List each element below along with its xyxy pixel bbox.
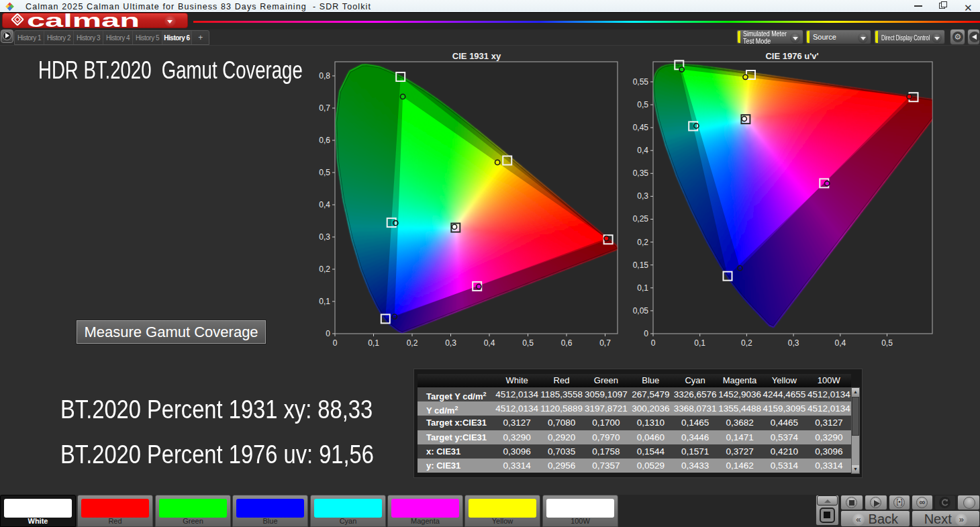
svg-text:0,8: 0,8 (319, 71, 330, 81)
svg-text:0,1: 0,1 (694, 338, 705, 348)
svg-text:0,1: 0,1 (319, 297, 330, 306)
svg-text:0,7: 0,7 (319, 103, 330, 113)
svg-text:0,4: 0,4 (637, 146, 648, 155)
svg-text:0,4: 0,4 (484, 338, 495, 348)
svg-text:0,1: 0,1 (368, 338, 379, 348)
svg-text:0,2: 0,2 (319, 265, 330, 274)
svg-text:0: 0 (333, 338, 338, 348)
svg-text:CIE 1931 xy: CIE 1931 xy (452, 51, 501, 61)
svg-text:0,3: 0,3 (445, 338, 456, 348)
svg-text:0,5: 0,5 (881, 338, 893, 348)
svg-text:0: 0 (326, 329, 330, 338)
svg-text:0,4: 0,4 (834, 338, 846, 348)
svg-text:0: 0 (644, 329, 648, 338)
svg-text:0,3: 0,3 (637, 191, 648, 201)
svg-text:0,25: 0,25 (633, 214, 649, 224)
svg-text:calman: calman (27, 13, 140, 30)
svg-text:0,1: 0,1 (637, 283, 648, 293)
svg-text:0,45: 0,45 (633, 123, 649, 132)
svg-text:0,2: 0,2 (407, 338, 418, 348)
svg-text:0,5: 0,5 (522, 338, 534, 348)
svg-text:0,7: 0,7 (599, 338, 611, 348)
svg-text:0,4: 0,4 (319, 200, 330, 209)
svg-text:0,6: 0,6 (561, 338, 573, 348)
svg-text:0,3: 0,3 (788, 338, 799, 348)
svg-text:0,2: 0,2 (637, 238, 648, 247)
svg-text:0,6: 0,6 (319, 136, 330, 145)
svg-text:0,2: 0,2 (741, 338, 752, 348)
svg-text:0: 0 (651, 338, 656, 348)
svg-text:0,5: 0,5 (637, 100, 648, 109)
svg-text:0,15: 0,15 (633, 260, 649, 270)
svg-text:0,05: 0,05 (633, 306, 649, 316)
svg-text:0,5: 0,5 (319, 168, 330, 177)
svg-text:0,55: 0,55 (633, 77, 649, 87)
svg-text:0,35: 0,35 (633, 169, 649, 178)
svg-text:CIE 1976 u'v': CIE 1976 u'v' (765, 51, 818, 61)
svg-text:0,3: 0,3 (319, 232, 330, 242)
